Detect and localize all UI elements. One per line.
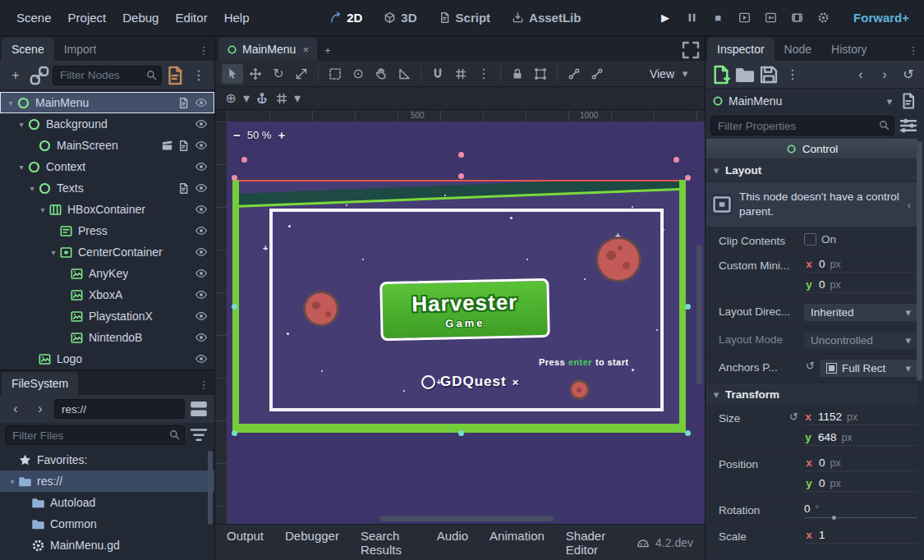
- inspector-scrollbar[interactable]: [917, 141, 922, 381]
- expand-arrow[interactable]: ▾: [26, 184, 38, 193]
- menu-project[interactable]: Project: [60, 6, 115, 30]
- fs-back-button[interactable]: ‹: [5, 399, 26, 419]
- rotation-field[interactable]: 0: [804, 503, 811, 515]
- inspector-content[interactable]: Control ▾ Layout This node doesn't have …: [706, 138, 924, 560]
- selection-handle[interactable]: [232, 175, 237, 181]
- filter-properties-input[interactable]: [710, 116, 894, 135]
- snap-grid-caret-button[interactable]: ▾: [292, 90, 302, 108]
- history-forward-button[interactable]: ›: [874, 65, 895, 85]
- snap-grid-button[interactable]: [273, 90, 291, 108]
- script-badge-icon[interactable]: [177, 182, 190, 195]
- tab-filesystem[interactable]: FileSystem: [2, 372, 78, 395]
- zoom-in-button[interactable]: +: [278, 128, 285, 142]
- bottom-tab-audio[interactable]: Audio: [437, 529, 468, 557]
- notice-collapse-icon[interactable]: ‹: [908, 199, 913, 211]
- menu-help[interactable]: Help: [216, 6, 258, 30]
- play-custom-scene-button[interactable]: [758, 7, 783, 30]
- size-y-field[interactable]: 648: [818, 431, 837, 443]
- tab-inspector[interactable]: Inspector: [707, 38, 775, 61]
- scene-node-row-nintendob[interactable]: NintendoB: [0, 327, 214, 348]
- grid-snap-button[interactable]: [450, 64, 471, 84]
- new-resource-button[interactable]: [710, 65, 732, 85]
- attach-script-button[interactable]: [164, 66, 186, 85]
- scene-dock-options-icon[interactable]: ⋮: [195, 39, 213, 61]
- menu-scene[interactable]: Scene: [8, 6, 60, 30]
- visibility-toggle-eye-icon[interactable]: [195, 139, 208, 152]
- workspace-2d-button[interactable]: 2D: [321, 6, 370, 30]
- lock-button[interactable]: [507, 64, 528, 84]
- movie-maker-button[interactable]: [784, 7, 809, 30]
- custom-min-y-field[interactable]: 0: [819, 278, 825, 291]
- select-tool-button[interactable]: [222, 64, 243, 84]
- fs-forward-button[interactable]: ›: [30, 399, 51, 419]
- tab-node[interactable]: Node: [775, 38, 821, 61]
- viewport-2d[interactable]: 500 1000: [215, 110, 705, 524]
- renderer-select[interactable]: Forward+: [847, 11, 916, 25]
- rotation-slider[interactable]: 0 °: [804, 503, 917, 518]
- scene-node-row-mainmenu[interactable]: ▾MainMenu: [0, 92, 214, 113]
- insert-key-button[interactable]: ⊕: [222, 90, 240, 108]
- movie-badge-icon[interactable]: [161, 140, 173, 152]
- node-extra-options-button[interactable]: [899, 91, 917, 111]
- scene-node-row-background[interactable]: ▾Background: [0, 113, 214, 135]
- selection-handle[interactable]: [685, 304, 691, 310]
- visibility-toggle-eye-icon[interactable]: [195, 117, 208, 131]
- canvas-hscrollbar[interactable]: [379, 516, 554, 521]
- view-menu-button[interactable]: View▾: [643, 63, 698, 85]
- selection-handle[interactable]: [458, 430, 464, 436]
- file-row-autoload[interactable]: Autoload: [0, 492, 214, 513]
- layout-mode-dropdown[interactable]: Uncontrolled ▾: [804, 332, 917, 349]
- smart-snap-button[interactable]: [427, 64, 448, 84]
- anchor-preset-button[interactable]: [253, 90, 271, 108]
- fs-path-field[interactable]: res://: [54, 399, 185, 419]
- resource-options-button[interactable]: ⋮: [782, 65, 803, 85]
- property-tools-button[interactable]: [898, 116, 919, 135]
- insert-key-caret-button[interactable]: ▾: [241, 90, 251, 108]
- revert-icon[interactable]: ↺: [804, 360, 816, 372]
- scene-node-row-texts[interactable]: ▾Texts: [0, 177, 214, 199]
- fs-scrollbar[interactable]: [208, 451, 213, 525]
- section-layout[interactable]: ▾ Layout: [706, 159, 917, 181]
- file-row-mainmenu-gd[interactable]: MainMenu.gd: [0, 535, 214, 556]
- scene-node-row-hboxcontainer[interactable]: ▾HBoxContainer: [0, 199, 214, 220]
- bottom-tab-shader-editor[interactable]: Shader Editor: [566, 529, 615, 557]
- expand-arrow[interactable]: ▾: [16, 163, 27, 172]
- skeleton-options-button[interactable]: [586, 64, 608, 84]
- snap-options-button[interactable]: ⋮: [473, 64, 494, 84]
- canvas-2d[interactable]: Harvester Game Pressenterto start GDQues…: [227, 122, 705, 524]
- class-header[interactable]: Control: [706, 139, 917, 158]
- file-row-res[interactable]: ▾res://: [0, 470, 214, 492]
- revert-icon[interactable]: ↺: [788, 411, 800, 423]
- rotate-tool-button[interactable]: ↻: [268, 64, 289, 84]
- script-badge-icon[interactable]: [177, 140, 190, 152]
- visibility-toggle-eye-icon[interactable]: [195, 310, 208, 323]
- script-badge-icon[interactable]: [177, 97, 190, 109]
- distraction-free-button[interactable]: [680, 39, 701, 61]
- selection-handle[interactable]: [685, 430, 691, 436]
- layout-direction-dropdown[interactable]: Inherited ▾: [804, 304, 917, 321]
- play-scene-button[interactable]: [732, 7, 756, 30]
- visibility-toggle-eye-icon[interactable]: [195, 96, 208, 109]
- scene-node-row-playstationx[interactable]: PlaystationX: [0, 305, 214, 327]
- bottom-tab-search-results[interactable]: Search Results: [361, 529, 416, 557]
- selection-handle[interactable]: [458, 173, 464, 179]
- chevron-down-icon[interactable]: ▾: [885, 94, 894, 108]
- size-x-field[interactable]: 1152: [818, 411, 842, 423]
- stop-button[interactable]: ■: [706, 7, 730, 30]
- scene-node-row-press[interactable]: Press: [0, 220, 214, 241]
- workspace-3d-button[interactable]: 3D: [375, 6, 425, 30]
- selection-handle[interactable]: [685, 175, 691, 181]
- save-resource-button[interactable]: [758, 65, 779, 85]
- pan-button[interactable]: [370, 64, 392, 84]
- bottom-tab-debugger[interactable]: Debugger: [285, 529, 339, 557]
- visibility-toggle-eye-icon[interactable]: [195, 160, 208, 173]
- selection-handle[interactable]: [241, 157, 247, 163]
- edited-node-select[interactable]: MainMenu: [729, 94, 880, 108]
- visibility-toggle-eye-icon[interactable]: [195, 267, 208, 280]
- ruler-button[interactable]: [393, 64, 415, 84]
- load-resource-button[interactable]: [734, 65, 756, 85]
- tab-import[interactable]: Import: [54, 38, 107, 61]
- fs-sort-button[interactable]: [188, 425, 209, 445]
- visibility-toggle-eye-icon[interactable]: [195, 224, 208, 237]
- selection-handle[interactable]: [673, 157, 679, 163]
